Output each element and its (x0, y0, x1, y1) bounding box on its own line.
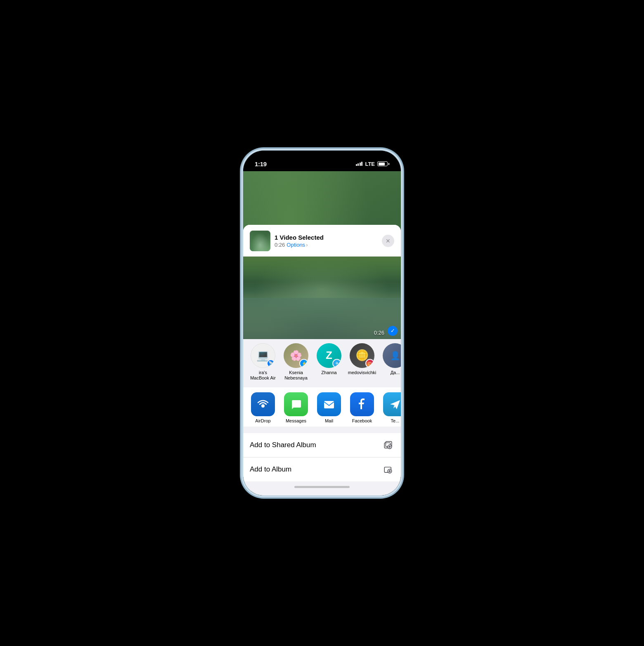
contact-avatar-zhanna: Z ✈ (317, 343, 341, 368)
contacts-scroll: 💻 📡 ira'sMacBook Air 🌸 (243, 343, 401, 381)
app-icon-telegram (383, 392, 401, 416)
apps-scroll: AirDrop Messages (243, 392, 401, 423)
contact-avatar-macbook: 💻 📡 (251, 343, 275, 368)
close-icon: ✕ (386, 238, 391, 244)
close-button[interactable]: ✕ (382, 235, 394, 247)
video-duration-badge: 0:26 (374, 330, 384, 336)
app-mail[interactable]: Mail (314, 392, 344, 423)
contact-name-medo: medovisvichki (348, 370, 376, 375)
video-preview: ✓ 0:26 (243, 257, 401, 339)
home-indicator-bar (294, 486, 350, 488)
contact-name-extra: Да... (391, 370, 400, 375)
messenger-overlay: ⚡ (299, 359, 308, 368)
airdrop-indicator: 📡 (267, 359, 275, 368)
app-icon-airdrop (251, 392, 275, 416)
apps-row: AirDrop Messages (243, 387, 401, 427)
phone-inner: 1:19 LTE (243, 151, 401, 495)
contact-avatar-extra: 👤 (383, 343, 401, 368)
battery-tip (388, 163, 389, 165)
instagram-overlay: ◻ (365, 359, 374, 368)
messages-bubble-icon (289, 398, 303, 411)
battery-fill (379, 163, 385, 165)
row-separator-2 (243, 427, 401, 430)
contact-name-macbook: ira'sMacBook Air (250, 370, 276, 381)
contacts-row: 💻 📡 ira'sMacBook Air 🌸 (243, 339, 401, 384)
action-label-add-album: Add to Album (250, 465, 291, 474)
phone-frame: 1:19 LTE (242, 149, 402, 497)
mail-icon (322, 398, 336, 411)
status-bar: 1:19 LTE (243, 151, 401, 171)
status-icons: LTE (356, 161, 389, 167)
svg-rect-1 (324, 401, 334, 408)
contact-name-zhanna: Zhanna (321, 370, 336, 375)
signal-bar-2 (358, 163, 359, 166)
options-button[interactable]: Options › (286, 242, 308, 248)
home-indicator (243, 481, 401, 495)
contact-macbook[interactable]: 💻 📡 ira'sMacBook Air (248, 343, 278, 381)
app-facebook[interactable]: Facebook (347, 392, 377, 423)
selected-checkmark: ✓ (388, 326, 398, 336)
action-add-album[interactable]: Add to Album (243, 457, 401, 481)
macbook-icon: 💻 (256, 349, 270, 362)
app-icon-mail (317, 392, 341, 416)
contact-ksenia[interactable]: 🌸 ⚡ KseniaNebesnaya (281, 343, 311, 381)
notch (296, 151, 348, 165)
app-icon-facebook (350, 392, 374, 416)
share-duration: 0:26 (275, 242, 285, 248)
screen: 1:19 LTE (243, 151, 401, 495)
action-add-shared-album[interactable]: Add to Shared Album (243, 433, 401, 457)
contact-name-ksenia: KseniaNebesnaya (284, 370, 308, 381)
signal-bars (356, 162, 363, 166)
checkmark-icon: ✓ (391, 328, 395, 334)
app-icon-messages (284, 392, 308, 416)
app-airdrop[interactable]: AirDrop (248, 392, 278, 423)
telegram-overlay: ✈ (332, 359, 341, 368)
chevron-icon: › (306, 242, 308, 248)
svg-point-0 (261, 404, 265, 408)
action-label-shared-album: Add to Shared Album (250, 441, 316, 449)
app-label-facebook: Facebook (352, 418, 372, 423)
lte-indicator: LTE (365, 161, 375, 167)
contact-avatar-medo: 🪙 ◻ (350, 343, 374, 368)
battery-body (377, 161, 388, 166)
signal-bar-4 (361, 162, 362, 166)
row-separator-1 (243, 384, 401, 387)
battery (377, 161, 389, 166)
share-header: 1 Video Selected 0:26 Options › ✕ (243, 225, 401, 257)
contact-medo[interactable]: 🪙 ◻ medovisvichki (347, 343, 377, 381)
share-thumbnail (250, 231, 270, 251)
signal-bar-3 (360, 163, 361, 166)
contact-zhanna[interactable]: Z ✈ Zhanna (314, 343, 344, 381)
zhanna-z-icon: Z (326, 349, 332, 362)
app-label-telegram: Te... (391, 418, 400, 423)
status-time: 1:19 (255, 160, 267, 167)
share-subtitle: 0:26 Options › (275, 242, 378, 248)
share-sheet: 1 Video Selected 0:26 Options › ✕ (243, 225, 401, 495)
signal-bar-1 (356, 164, 357, 166)
app-label-messages: Messages (286, 418, 306, 423)
share-title: 1 Video Selected (275, 234, 378, 241)
contact-extra[interactable]: 👤 Да... (380, 343, 401, 381)
share-title-area: 1 Video Selected 0:26 Options › (275, 234, 378, 248)
contact-avatar-ksenia: 🌸 ⚡ (284, 343, 308, 368)
facebook-f-icon (355, 398, 369, 411)
shared-album-icon (382, 439, 394, 451)
telegram-icon (388, 398, 401, 411)
app-telegram[interactable]: Te... (380, 392, 401, 423)
app-label-mail: Mail (325, 418, 333, 423)
add-album-icon (382, 463, 394, 476)
app-label-airdrop: AirDrop (255, 418, 270, 423)
action-rows: Add to Shared Album Add to Album (243, 433, 401, 481)
app-messages[interactable]: Messages (281, 392, 311, 423)
airdrop-waves-icon (256, 398, 270, 411)
